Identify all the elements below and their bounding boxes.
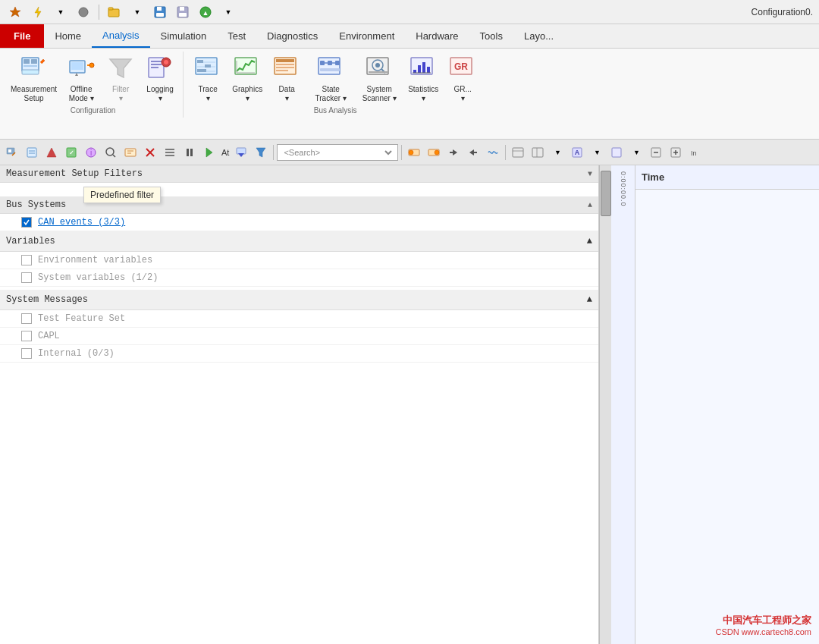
toolbar-btn-down-arrow[interactable] <box>232 143 250 162</box>
sys-vars-checkbox[interactable] <box>21 272 32 283</box>
configuration-group-label: Configuration <box>8 106 178 115</box>
ribbon-state-tracker[interactable]: StateTracker ▾ <box>308 52 353 105</box>
save-as-icon[interactable] <box>174 3 192 21</box>
ribbon-gr[interactable]: GR GR...▾ <box>444 52 481 105</box>
ribbon-filter[interactable]: Filter▾ <box>102 52 139 105</box>
toolbar-back[interactable] <box>444 143 463 162</box>
dropdown-btn[interactable]: ▼ <box>52 3 70 21</box>
toolbar-btn-7[interactable] <box>121 143 140 162</box>
circle-icon[interactable] <box>74 3 93 21</box>
toolbar-right-7[interactable]: In <box>686 143 704 162</box>
toolbar-btn-lines[interactable] <box>161 143 179 162</box>
svg-rect-39 <box>276 64 294 65</box>
env-vars-item[interactable]: Environment variables <box>0 252 598 269</box>
save-icon[interactable] <box>151 3 169 21</box>
toolbar-btn-5[interactable]: i <box>82 143 100 162</box>
toolbar-btn-3[interactable] <box>42 143 61 162</box>
measurement-setup-filters-section[interactable]: Measurement Setup Filters ▼ <box>0 165 598 183</box>
ribbon-system-scanner[interactable]: SystemScanner ▾ <box>356 52 402 105</box>
toolbar-btn-2[interactable] <box>23 143 41 162</box>
toolbar-nav-prev[interactable] <box>405 143 423 162</box>
env-vars-checkbox[interactable] <box>21 255 32 265</box>
can-events-checkbox[interactable] <box>21 217 32 228</box>
measurement-setup-filters-label: Measurement Setup Filters <box>6 168 588 179</box>
toolbar-right-4[interactable] <box>607 143 626 162</box>
variables-section[interactable]: Variables ▲ <box>0 231 598 252</box>
svg-rect-58 <box>427 67 430 73</box>
trace-label: Trace▾ <box>199 85 218 103</box>
toolbar-dropdown-3[interactable]: ▼ <box>627 143 645 162</box>
capl-checkbox[interactable] <box>21 331 32 341</box>
toolbar-right-1[interactable] <box>509 143 527 162</box>
menu-layout[interactable]: Layo... <box>513 24 564 48</box>
menu-file[interactable]: File <box>0 24 44 48</box>
toolbar-btn-4[interactable]: ✓ <box>62 143 80 162</box>
capl-item[interactable]: CAPL <box>0 328 598 345</box>
toolbar-forward[interactable] <box>464 143 482 162</box>
toolbar-right-5[interactable] <box>647 143 665 162</box>
toolbar-btn-pause[interactable] <box>180 143 199 162</box>
system-messages-section[interactable]: System Messages ▲ <box>0 290 598 310</box>
toolbar-right-3[interactable]: A <box>568 143 586 162</box>
menu-test[interactable]: Test <box>217 24 256 48</box>
toolbar-right-6[interactable] <box>667 143 685 162</box>
dropdown-folder-btn[interactable]: ▼ <box>128 3 146 21</box>
search-input[interactable]: <Search> <box>281 147 394 158</box>
bus-systems-chevron[interactable]: ▲ <box>588 201 592 209</box>
ribbon-offline-mode[interactable]: OfflineMode ▾ <box>63 52 99 105</box>
export-icon[interactable]: ▲ <box>196 3 215 21</box>
more-dropdown[interactable]: ▼ <box>219 3 237 21</box>
svg-marker-0 <box>35 7 41 17</box>
svg-rect-63 <box>8 149 11 152</box>
toolbar-dropdown-2[interactable]: ▼ <box>588 143 606 162</box>
test-feature-checkbox[interactable] <box>21 313 32 324</box>
system-messages-chevron[interactable]: ▲ <box>587 294 592 305</box>
ribbon-data[interactable]: Data▾ <box>268 52 305 105</box>
measurement-setup-filters-chevron[interactable]: ▼ <box>588 170 592 178</box>
folder-open-icon[interactable] <box>105 3 124 21</box>
toolbar-dropdown-1[interactable]: ▼ <box>548 143 566 162</box>
toolbar-right-2[interactable] <box>529 143 547 162</box>
menu-hardware[interactable]: Hardware <box>405 24 469 48</box>
toolbar-btn-x[interactable] <box>141 143 159 162</box>
menu-diagnostics[interactable]: Diagnostics <box>256 24 328 48</box>
search-box[interactable]: <Search> <box>277 144 398 161</box>
ribbon-logging[interactable]: Logging▾ <box>142 52 178 105</box>
quick-access-icon[interactable] <box>6 3 24 21</box>
scrollbar-thumb[interactable] <box>601 171 611 216</box>
filter-label: Filter▾ <box>112 85 129 103</box>
variables-chevron[interactable]: ▲ <box>587 236 592 247</box>
menu-home[interactable]: Home <box>44 24 92 48</box>
menu-tools[interactable]: Tools <box>469 24 513 48</box>
sys-vars-item[interactable]: System variables (1/2) <box>0 269 598 287</box>
menu-simulation[interactable]: Simulation <box>150 24 218 48</box>
menu-environment[interactable]: Environment <box>328 24 405 48</box>
internal-checkbox[interactable] <box>21 348 32 359</box>
toolbar-btn-triangle[interactable] <box>200 143 218 162</box>
toolbar-wave[interactable] <box>484 143 502 162</box>
internal-item[interactable]: Internal (0/3) <box>0 345 598 363</box>
toolbar-btn-filter2[interactable] <box>252 143 270 162</box>
lightning-icon[interactable] <box>29 3 47 21</box>
toolbar-nav-next[interactable] <box>425 143 443 162</box>
bus-analysis-group-label: Bus Analysis <box>190 106 481 115</box>
ribbon-measurement-setup[interactable]: MeasurementSetup <box>8 52 60 105</box>
test-feature-item[interactable]: Test Feature Set <box>0 310 598 328</box>
vertical-scrollbar[interactable] <box>599 165 611 644</box>
svg-rect-18 <box>71 62 83 70</box>
ribbon-group-configuration: MeasurementSetup OfflineMode ▾ <box>3 52 184 118</box>
can-events-item[interactable]: CAN events (3/3) <box>0 214 598 231</box>
ribbon-statistics[interactable]: Statistics▾ <box>405 52 441 105</box>
separator <box>99 5 99 20</box>
predefined-filter-tooltip: Predefined filter <box>83 187 161 203</box>
svg-rect-97 <box>532 148 543 157</box>
svg-rect-41 <box>276 70 288 71</box>
ribbon-graphics[interactable]: Graphics▾ <box>229 52 265 105</box>
state-tracker-label: StateTracker ▾ <box>315 85 347 103</box>
svg-marker-87 <box>238 153 244 157</box>
toolbar-btn-6[interactable] <box>102 143 120 162</box>
menu-analysis[interactable]: Analysis <box>92 24 149 48</box>
toolbar-btn-1[interactable] <box>3 143 21 162</box>
ribbon-trace[interactable]: Trace▾ <box>190 52 226 105</box>
svg-rect-45 <box>335 61 340 65</box>
